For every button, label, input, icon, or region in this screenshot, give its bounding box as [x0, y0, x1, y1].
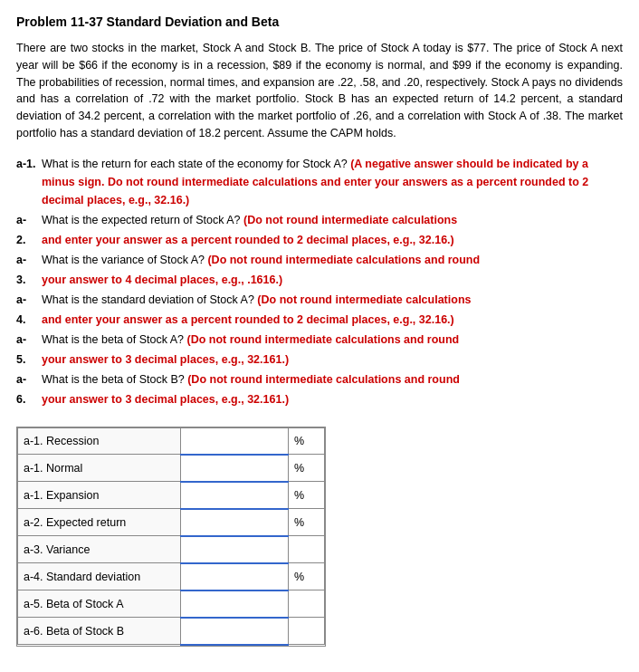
- answer-table-container: a-1. Recession%a-1. Normal%a-1. Expansio…: [16, 427, 326, 647]
- row-label: a-3. Variance: [18, 536, 181, 563]
- q-a3a-label: a-: [16, 251, 42, 269]
- q-a4a-label: a-: [16, 291, 42, 309]
- q-a4a-text: What is the standard deviation of Stock …: [42, 291, 623, 309]
- percent-label: %: [289, 563, 325, 590]
- q-2-label: 2.: [16, 231, 42, 249]
- table-row: a-1. Expansion%: [18, 482, 325, 509]
- answer-input[interactable]: [186, 622, 283, 640]
- q-6-label: 6.: [16, 390, 42, 408]
- q-2-text: and enter your answer as a percent round…: [42, 231, 623, 249]
- row-label: a-1. Expansion: [18, 482, 181, 509]
- q-4-label: 4.: [16, 311, 42, 329]
- answer-input[interactable]: [186, 432, 283, 450]
- row-input-cell[interactable]: [180, 455, 289, 482]
- table-row: a-1. Recession%: [18, 427, 325, 455]
- q-5-text: your answer to 3 decimal places, e.g., 3…: [42, 350, 623, 369]
- row-input-cell[interactable]: [180, 509, 289, 536]
- percent-label: [289, 536, 325, 563]
- table-row: a-3. Variance: [18, 536, 325, 563]
- row-input-cell[interactable]: [180, 563, 289, 590]
- answer-input[interactable]: [186, 514, 283, 532]
- row-input-cell[interactable]: [180, 482, 289, 509]
- answer-input[interactable]: [186, 459, 283, 477]
- questions-section: a-1. What is the return for each state o…: [16, 155, 623, 408]
- row-input-cell[interactable]: [180, 590, 289, 618]
- answer-table: a-1. Recession%a-1. Normal%a-1. Expansio…: [17, 427, 325, 646]
- row-label: a-4. Standard deviation: [18, 563, 181, 590]
- q-a-text: What is the expected return of Stock A? …: [42, 211, 623, 229]
- row-input-cell[interactable]: [180, 618, 289, 645]
- q-a1-text: What is the return for each state of the…: [42, 155, 623, 209]
- q-a6a-label: a-: [16, 370, 42, 389]
- row-label: a-2. Expected return: [18, 509, 181, 536]
- page-title: Problem 11-37 Standard Deviation and Bet…: [16, 14, 623, 29]
- percent-label: %: [289, 455, 325, 482]
- table-row: a-1. Normal%: [18, 455, 325, 482]
- intro-paragraph: There are two stocks in the market, Stoc…: [16, 40, 623, 142]
- row-input-cell[interactable]: [180, 536, 289, 563]
- q-a-label: a-: [16, 211, 42, 229]
- q-3-label: 3.: [16, 271, 42, 289]
- percent-label: [289, 618, 325, 645]
- q-a6a-text: What is the beta of Stock B? (Do not rou…: [42, 370, 623, 389]
- row-label: a-6. Beta of Stock B: [18, 618, 181, 645]
- row-label: a-1. Recession: [18, 427, 181, 455]
- q-6-text: your answer to 3 decimal places, e.g., 3…: [42, 390, 623, 408]
- answer-input[interactable]: [186, 486, 283, 504]
- q-a1-label: a-1.: [16, 155, 42, 209]
- q-a3a-text: What is the variance of Stock A? (Do not…: [42, 251, 623, 269]
- percent-label: [289, 590, 325, 618]
- row-label: a-1. Normal: [18, 455, 181, 482]
- table-row: a-5. Beta of Stock A: [18, 590, 325, 618]
- table-row: a-4. Standard deviation%: [18, 563, 325, 590]
- answer-input[interactable]: [186, 568, 283, 586]
- q-3-text: your answer to 4 decimal places, e.g., .…: [42, 271, 623, 289]
- answer-input[interactable]: [186, 595, 283, 613]
- q-a5a-label: a-: [16, 331, 42, 349]
- percent-label: %: [289, 509, 325, 536]
- row-label: a-5. Beta of Stock A: [18, 590, 181, 618]
- q-a5a-text: What is the beta of Stock A? (Do not rou…: [42, 331, 623, 349]
- answer-input[interactable]: [186, 541, 283, 559]
- q-4-text: and enter your answer as a percent round…: [42, 311, 623, 329]
- percent-label: %: [289, 427, 325, 455]
- table-row: a-6. Beta of Stock B: [18, 618, 325, 645]
- q-5-label: 5.: [16, 350, 42, 369]
- row-input-cell[interactable]: [180, 427, 289, 455]
- percent-label: %: [289, 482, 325, 509]
- table-row: a-2. Expected return%: [18, 509, 325, 536]
